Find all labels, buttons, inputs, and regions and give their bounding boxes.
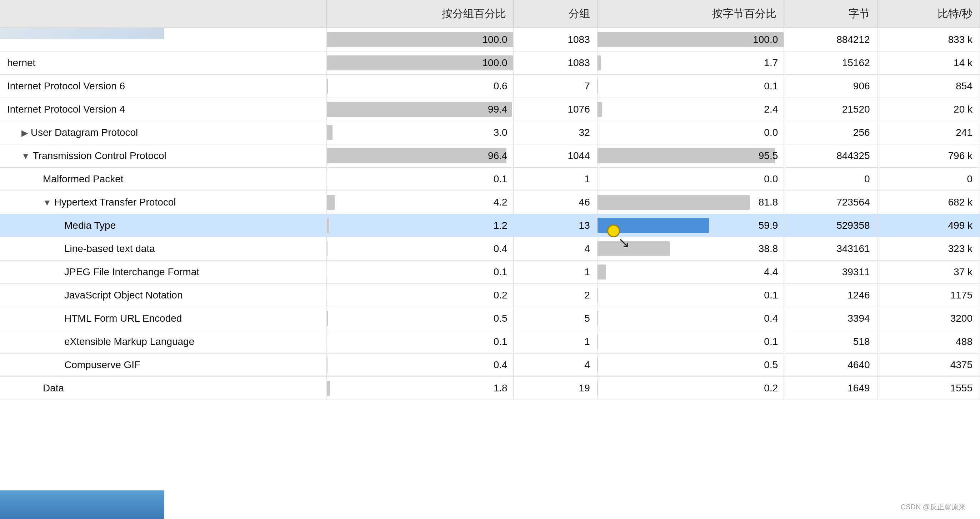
row-bps-row-http: 682 k [877, 191, 980, 214]
row-pct-packet-row-json: 0.2 [327, 284, 514, 307]
watermark: CSDN @反正就原来 [900, 502, 966, 512]
row-name-row-gif: Compuserve GIF [0, 353, 327, 377]
row-bytes-row-media: 529358 [784, 214, 877, 237]
row-label: Internet Protocol Version 4 [7, 104, 125, 115]
row-packets-row-gif: 4 [513, 353, 597, 377]
row-label: Malformed Packet [43, 173, 124, 184]
row-packets-row-jpeg: 1 [513, 260, 597, 284]
row-pct-bytes-row-ipv6: 0.1 [597, 75, 784, 98]
row-label: User Datagram Protocol [31, 127, 138, 138]
protocol-stats-table: 按分组百分比 分组 按字节百分比 字节 比特/秒 100.01083100.08… [0, 0, 980, 400]
row-label: Media Type [64, 220, 116, 231]
table-row[interactable]: Media Type1.21359.9529358499 k [0, 214, 980, 237]
row-label: Internet Protocol Version 6 [7, 80, 125, 91]
row-name-row-ipv4: Internet Protocol Version 4 [0, 98, 327, 121]
row-bps-row-total: 833 k [877, 28, 980, 51]
row-packets-row-ipv6: 7 [513, 75, 597, 98]
row-label: Line-based text data [64, 243, 155, 254]
expand-arrow[interactable]: ▶ [21, 128, 28, 138]
row-packets-row-tcp: 1044 [513, 144, 597, 168]
row-packets-row-htmlform: 5 [513, 307, 597, 330]
row-name-row-malformed: Malformed Packet [0, 168, 327, 191]
table-row[interactable]: ▶User Datagram Protocol3.0320.0256241 [0, 121, 980, 144]
row-bytes-row-tcp: 844325 [784, 144, 877, 168]
row-bps-row-ethernet: 14 k [877, 51, 980, 75]
row-name-row-media: Media Type [0, 214, 327, 237]
table-row[interactable]: Internet Protocol Version 60.670.1906854 [0, 75, 980, 98]
row-bps-row-udp: 241 [877, 121, 980, 144]
table-row[interactable]: ▼Transmission Control Protocol96.4104495… [0, 144, 980, 168]
row-bps-row-xml: 488 [877, 330, 980, 353]
table-row[interactable]: 100.01083100.0884212833 k [0, 28, 980, 51]
row-pct-bytes-row-udp: 0.0 [597, 121, 784, 144]
table-row[interactable]: Compuserve GIF0.440.546404375 [0, 353, 980, 377]
row-label: hernet [7, 57, 35, 68]
row-bytes-row-malformed: 0 [784, 168, 877, 191]
table-row[interactable]: ▼Hypertext Transfer Protocol4.24681.8723… [0, 191, 980, 214]
row-bytes-row-xml: 518 [784, 330, 877, 353]
row-bps-row-media: 499 k [877, 214, 980, 237]
col-header-name [0, 0, 327, 28]
row-pct-packet-row-media: 1.2 [327, 214, 514, 237]
row-pct-packet-row-tcp: 96.4 [327, 144, 514, 168]
row-label: JavaScript Object Notation [64, 289, 183, 300]
row-pct-bytes-row-json: 0.1 [597, 284, 784, 307]
row-packets-row-xml: 1 [513, 330, 597, 353]
expand-arrow[interactable]: ▼ [21, 151, 30, 161]
row-bps-row-tcp: 796 k [877, 144, 980, 168]
row-bps-row-htmlform: 3200 [877, 307, 980, 330]
col-header-pct-packet[interactable]: 按分组百分比 [327, 0, 514, 28]
row-bps-row-jpeg: 37 k [877, 260, 980, 284]
row-bytes-row-ipv4: 21520 [784, 98, 877, 121]
row-bps-row-malformed: 0 [877, 168, 980, 191]
table-row[interactable]: Line-based text data0.4438.8343161323 k [0, 237, 980, 260]
row-name-row-http: ▼Hypertext Transfer Protocol [0, 191, 327, 214]
table-row[interactable]: JavaScript Object Notation0.220.11246117… [0, 284, 980, 307]
row-bps-row-linebased: 323 k [877, 237, 980, 260]
row-pct-bytes-row-linebased: 38.8 [597, 237, 784, 260]
row-bytes-row-json: 1246 [784, 284, 877, 307]
row-pct-packet-row-malformed: 0.1 [327, 168, 514, 191]
table-row[interactable]: HTML Form URL Encoded0.550.433943200 [0, 307, 980, 330]
row-bytes-row-data: 1649 [784, 377, 877, 400]
row-bps-row-ipv6: 854 [877, 75, 980, 98]
col-header-packets[interactable]: 分组 [513, 0, 597, 28]
col-header-bps[interactable]: 比特/秒 [877, 0, 980, 28]
row-label: Compuserve GIF [64, 359, 140, 370]
expand-arrow[interactable]: ▼ [43, 198, 51, 208]
row-label: Data [43, 382, 64, 394]
col-header-bytes[interactable]: 字节 [784, 0, 877, 28]
row-pct-bytes-row-total: 100.0 [597, 28, 784, 51]
col-header-pct-bytes[interactable]: 按字节百分比 [597, 0, 784, 28]
row-packets-row-data: 19 [513, 377, 597, 400]
row-packets-row-malformed: 1 [513, 168, 597, 191]
row-pct-bytes-row-gif: 0.5 [597, 353, 784, 377]
row-label: HTML Form URL Encoded [64, 313, 182, 324]
row-pct-bytes-row-ipv4: 2.4 [597, 98, 784, 121]
table-row[interactable]: Internet Protocol Version 499.410762.421… [0, 98, 980, 121]
row-bytes-row-total: 884212 [784, 28, 877, 51]
table-row[interactable]: Data1.8190.216491555 [0, 377, 980, 400]
table-row[interactable]: hernet100.010831.71516214 k [0, 51, 980, 75]
row-bytes-row-http: 723564 [784, 191, 877, 214]
row-packets-row-linebased: 4 [513, 237, 597, 260]
row-packets-row-udp: 32 [513, 121, 597, 144]
bottom-decoration [0, 490, 164, 519]
row-pct-packet-row-gif: 0.4 [327, 353, 514, 377]
row-name-row-tcp: ▼Transmission Control Protocol [0, 144, 327, 168]
row-name-row-data: Data [0, 377, 327, 400]
row-bytes-row-htmlform: 3394 [784, 307, 877, 330]
row-bps-row-json: 1175 [877, 284, 980, 307]
row-pct-packet-row-ethernet: 100.0 [327, 51, 514, 75]
row-name-row-udp: ▶User Datagram Protocol [0, 121, 327, 144]
row-pct-bytes-row-ethernet: 1.7 [597, 51, 784, 75]
table-row[interactable]: eXtensible Markup Language0.110.1518488 [0, 330, 980, 353]
row-pct-bytes-row-media: 59.9 [597, 214, 784, 237]
row-pct-packet-row-udp: 3.0 [327, 121, 514, 144]
row-name-row-linebased: Line-based text data [0, 237, 327, 260]
row-bytes-row-udp: 256 [784, 121, 877, 144]
table-row[interactable]: Malformed Packet0.110.000 [0, 168, 980, 191]
table-row[interactable]: JPEG File Interchange Format0.114.439311… [0, 260, 980, 284]
table-body: 100.01083100.0884212833 khernet100.01083… [0, 28, 980, 400]
row-pct-bytes-row-tcp: 95.5 [597, 144, 784, 168]
